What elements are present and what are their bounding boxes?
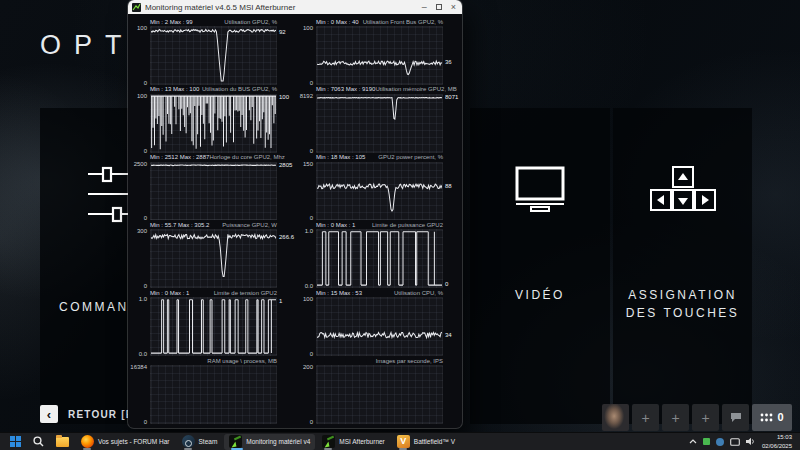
social-row: + + + 0: [602, 404, 792, 431]
add-slot-button-3[interactable]: +: [692, 404, 719, 431]
graph-column-left: Min : 2 Max : 99Utilisation GPU2, %10009…: [132, 17, 292, 424]
minimize-button[interactable]: –: [422, 3, 427, 12]
squad-count-button[interactable]: 0: [752, 404, 792, 431]
graph-minmax: Min : 55.7 Max : 305.2: [150, 222, 209, 228]
monitor-icon: [515, 166, 565, 212]
graph-title: Utilisation mémoire GPU2, MB: [375, 86, 456, 92]
graph-power-percent: Min : 18 Max : 105GPU2 power percent, %1…: [298, 153, 458, 221]
running-indicator: [399, 448, 407, 450]
tray-afterburner-icon[interactable]: [703, 438, 710, 445]
chat-button[interactable]: [722, 404, 749, 431]
graph-title: Limite de tension GPU2: [214, 290, 277, 296]
running-indicator: [324, 448, 332, 450]
touch-keyboard-icon[interactable]: [730, 438, 740, 446]
panel-video[interactable]: VIDÉO: [470, 108, 610, 424]
msi-afterburner-window-button[interactable]: MSI Afterburner: [317, 434, 390, 450]
clock-date: 02/06/2025: [762, 442, 792, 450]
graph-minmax: Min : 7063 Max : 9190: [316, 86, 375, 92]
graph-title: Utilisation Front Bus GPU2, %: [363, 19, 443, 25]
running-indicator: [184, 448, 192, 450]
taskbar-clock[interactable]: 15:03 02/06/2025: [762, 433, 792, 449]
afterburner-titlebar[interactable]: Monitoring matériel v4.6.5 MSI Afterburn…: [128, 0, 462, 14]
firefox-window-label: Vos sujets - FORUM Har: [98, 438, 170, 445]
arrow-keys-icon: [650, 166, 716, 212]
graph-y-axis: 1000: [298, 26, 316, 85]
graph-plot: [150, 94, 277, 153]
panel-touches-label: ASSIGNATION DES TOUCHES: [621, 286, 745, 322]
battlefield-window-button[interactable]: V Battlefield™ V: [392, 434, 460, 450]
afterburner-monitor-icon: [229, 435, 242, 448]
graph-title: Limite de puissance GPU2: [372, 222, 443, 228]
add-slot-button-1[interactable]: +: [632, 404, 659, 431]
clock-time: 15:03: [762, 433, 792, 441]
graph-minmax: Min : 13 Max : 100: [150, 86, 199, 92]
graph-current-value: 36: [443, 26, 458, 85]
volume-icon[interactable]: [746, 437, 756, 446]
graph-front-bus-usage: Min : 0 Max : 40Utilisation Front Bus GP…: [298, 17, 458, 85]
graph-y-axis: 1000: [132, 26, 150, 85]
graph-power-limit: Min : 0 Max : 1Limite de puissance GPU21…: [298, 220, 458, 288]
graph-plot: [316, 94, 443, 153]
system-tray: 15:03 02/06/2025: [689, 433, 795, 449]
graph-title: GPU2 power percent, %: [378, 154, 443, 160]
search-button[interactable]: [28, 434, 49, 450]
graph-y-axis: 81920: [298, 94, 316, 153]
start-button[interactable]: [5, 434, 26, 450]
add-slot-button-2[interactable]: +: [662, 404, 689, 431]
graph-minmax: Min : 15 Max : 53: [316, 290, 362, 296]
graph-title: Images par seconde, IPS: [376, 358, 443, 364]
graph-current-value: [443, 365, 458, 424]
maximize-button[interactable]: [436, 4, 442, 10]
graph-title: Utilisation du BUS GPU2, %: [202, 86, 277, 92]
search-icon: [33, 436, 44, 447]
screen: OPTIONS COMMANDES VIDÉO: [0, 0, 800, 450]
graph-mem-usage: Min : 7063 Max : 9190Utilisation mémoire…: [298, 85, 458, 153]
graph-fps: Images par seconde, IPS2000: [298, 356, 458, 424]
panel-touches[interactable]: ASSIGNATION DES TOUCHES: [613, 108, 752, 424]
avatar[interactable]: [602, 404, 629, 431]
firefox-window-button[interactable]: Vos sujets - FORUM Har: [76, 434, 175, 450]
graph-title: Utilisation GPU2, %: [224, 19, 277, 25]
close-button[interactable]: ×: [451, 3, 456, 12]
graph-bus-usage: Min : 13 Max : 100Utilisation du BUS GPU…: [132, 85, 292, 153]
file-explorer-button[interactable]: [51, 434, 74, 450]
windows-logo-icon: [10, 436, 21, 447]
graph-minmax: Min : 0 Max : 1: [150, 290, 189, 296]
chat-bubble-icon: [730, 412, 742, 423]
graph-core-clock: Min : 2512 Max : 2887Horloge du core GPU…: [132, 153, 292, 221]
afterburner-app-icon: [132, 3, 141, 12]
graph-current-value: 88: [443, 162, 458, 221]
graph-y-axis: 163840: [132, 365, 150, 424]
graph-plot: [150, 297, 277, 356]
tray-steam-icon[interactable]: [716, 438, 724, 446]
graph-current-value: [277, 365, 292, 424]
tray-chevron-up-icon[interactable]: [689, 439, 697, 444]
graph-gpu2-usage: Min : 2 Max : 99Utilisation GPU2, %10009…: [132, 17, 292, 85]
graph-current-value: 34: [443, 297, 458, 356]
graphs-area: Min : 2 Max : 99Utilisation GPU2, %10009…: [128, 14, 462, 428]
graph-y-axis: 1.00.0: [298, 229, 316, 288]
steam-window-button[interactable]: Steam: [177, 434, 223, 450]
afterburner-window: Monitoring matériel v4.6.5 MSI Afterburn…: [128, 0, 462, 428]
firefox-icon: [81, 435, 94, 448]
graph-y-axis: 1000: [132, 94, 150, 153]
graph-gpu-power: Min : 55.7 Max : 305.2Puissance GPU2, W3…: [132, 220, 292, 288]
graph-title: RAM usage \ process, MB: [207, 358, 277, 364]
sliders-icon: [88, 166, 132, 224]
graph-current-value: 92: [277, 26, 292, 85]
monitoring-window-button[interactable]: Monitoring matériel v4: [224, 434, 315, 450]
graph-current-value: 100: [277, 94, 292, 153]
graph-current-value: 266.6: [277, 229, 292, 288]
graph-cpu-usage: Min : 15 Max : 53Utilisation CPU, %10003…: [298, 288, 458, 356]
graph-title: Utilisation CPU, %: [394, 290, 443, 296]
graph-ram-usage: RAM usage \ process, MB163840: [132, 356, 292, 424]
graph-minmax: Min : 18 Max : 105: [316, 154, 365, 160]
graph-y-axis: 3000: [132, 229, 150, 288]
graph-plot: [150, 26, 277, 85]
people-grid-icon: [760, 413, 773, 422]
graph-plot: [316, 365, 443, 424]
graph-y-axis: 1.00.0: [132, 297, 150, 356]
graph-current-value: 1: [277, 297, 292, 356]
graph-y-axis: 1000: [298, 297, 316, 356]
running-indicator: [231, 448, 243, 450]
